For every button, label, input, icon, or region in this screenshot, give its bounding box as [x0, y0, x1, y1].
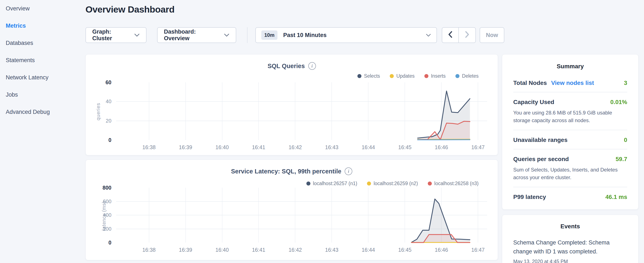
x-tick-label: 16:42 [282, 247, 308, 253]
summary-label: P99 latency [513, 194, 546, 200]
chevron-left-icon [448, 31, 452, 39]
chart-series-svg [116, 188, 487, 242]
legend-dot [306, 181, 310, 185]
x-tick-label: 16:43 [319, 144, 344, 150]
summary-description: Sum of Selects, Updates, Inserts, and De… [513, 166, 627, 181]
summary-value: 0.01% [610, 99, 627, 106]
service-latency-chart-card: Service Latency: SQL, 99th percentile i … [86, 160, 498, 260]
x-tick-label: 16:45 [392, 144, 418, 150]
summary-row-total-nodes: Total Nodes View nodes list 3 [513, 73, 627, 92]
info-icon[interactable]: i [345, 167, 352, 175]
summary-value: 59.7 [616, 156, 628, 163]
legend-label: Updates [396, 73, 414, 79]
time-range-dropdown[interactable]: 10m Past 10 Minutes [255, 27, 437, 43]
chevron-down-icon [426, 34, 431, 37]
sidebar-item-advanced-debug[interactable]: Advanced Debug [0, 103, 83, 121]
legend-label: localhost:26257 (n1) [313, 181, 357, 186]
summary-label: Total Nodes [513, 80, 547, 86]
y-tick-label: 60 [92, 79, 112, 86]
info-icon[interactable]: i [308, 62, 316, 70]
x-tick-label: 16:47 [465, 144, 491, 150]
x-tick-label: 16:46 [428, 247, 454, 253]
legend-item: Selects [358, 73, 380, 79]
legend-label: Deletes [462, 73, 478, 79]
summary-label: Unavailable ranges [513, 137, 568, 143]
chart-legend: Selects Updates Inserts Deletes [358, 73, 478, 79]
summary-title: Summary [513, 63, 627, 70]
app-window: Overview Metrics Databases Statements Ne… [0, 0, 644, 263]
legend-label: localhost:26259 (n2) [374, 181, 418, 186]
sidebar-item-metrics[interactable]: Metrics [0, 17, 83, 35]
summary-value: 0 [624, 137, 627, 143]
y-tick-label: 20 [92, 118, 112, 124]
graph-dropdown-label: Graph: Cluster [92, 29, 130, 42]
chart-title: Service Latency: SQL, 99th percentile [231, 168, 342, 175]
sidebar-item-statements[interactable]: Statements [0, 52, 83, 69]
legend-dot [428, 181, 432, 185]
y-tick-label: 800 [92, 184, 112, 191]
plot-area[interactable]: 16:3816:3916:4016:4116:4216:4316:4416:45… [116, 82, 487, 140]
chart-title: SQL Queries [268, 63, 305, 70]
chevron-right-icon [465, 31, 469, 39]
sql-queries-chart-card: SQL Queries i Selects Updates Inserts De… [86, 54, 498, 155]
x-tick-label: 16:41 [246, 247, 271, 253]
summary-label: Capacity Used [513, 99, 554, 106]
events-title: Events [513, 223, 627, 230]
now-button[interactable]: Now [480, 27, 504, 43]
sidebar-item-network-latency[interactable]: Network Latency [0, 69, 83, 86]
y-tick-label: 40 [92, 98, 112, 105]
summary-value: 3 [624, 80, 627, 86]
summary-row-unavailable-ranges: Unavailable ranges 0 [513, 130, 627, 149]
summary-description: You are using 28.6 MiB of 515.9 GiB usab… [513, 109, 627, 124]
legend-item: Deletes [456, 73, 478, 79]
summary-value: 46.1 ms [605, 194, 627, 200]
time-range-label: Past 10 Minutes [283, 32, 326, 39]
x-tick-label: 16:41 [246, 144, 271, 150]
x-tick-label: 16:38 [136, 144, 162, 150]
event-text: Schema Change Completed: Schema change w… [513, 238, 627, 256]
graph-dropdown[interactable]: Graph: Cluster [86, 27, 146, 43]
y-tick-label: 0 [92, 239, 112, 246]
x-tick-label: 16:42 [282, 144, 308, 150]
x-tick-label: 16:43 [319, 247, 344, 253]
sidebar-item-jobs[interactable]: Jobs [0, 86, 83, 103]
y-tick-label: 600 [92, 198, 112, 205]
x-tick-label: 16:40 [210, 144, 235, 150]
y-tick-label: 0 [92, 137, 112, 143]
page-title: Overview Dashboard [86, 4, 174, 15]
dashboard-dropdown-label: Dashboard: Overview [164, 29, 219, 42]
chevron-down-icon [134, 34, 140, 37]
x-tick-label: 16:40 [210, 247, 235, 253]
dashboard-dropdown[interactable]: Dashboard: Overview [157, 27, 236, 43]
plot-area[interactable]: 16:3816:3916:4016:4116:4216:4316:4416:45… [116, 188, 487, 242]
summary-panel: Summary Total Nodes View nodes list 3 Ca… [502, 54, 638, 210]
chevron-down-icon [224, 34, 230, 37]
legend-dot [358, 74, 362, 78]
event-list-item[interactable]: Schema Change Completed: Schema change w… [513, 238, 627, 263]
previous-time-window-button[interactable] [442, 28, 459, 43]
legend-dot [424, 74, 428, 78]
view-nodes-list-link[interactable]: View nodes list [551, 80, 594, 86]
toolbar: Graph: Cluster Dashboard: Overview 10m P… [86, 27, 504, 43]
summary-row-p99-latency: P99 latency 46.1 ms [513, 187, 627, 206]
summary-row-queries-per-second: Queries per second 59.7 Sum of Selects, … [513, 149, 627, 187]
legend-dot [367, 181, 371, 185]
x-tick-label: 16:39 [173, 247, 198, 253]
sidebar-item-databases[interactable]: Databases [0, 35, 83, 52]
x-tick-label: 16:47 [465, 247, 491, 253]
x-tick-label: 16:45 [392, 247, 418, 253]
x-tick-label: 16:44 [356, 247, 381, 253]
y-tick-label: 200 [92, 226, 112, 232]
legend-item: localhost:26259 (n2) [367, 181, 418, 186]
sidebar-item-overview[interactable]: Overview [0, 0, 83, 17]
legend-dot [456, 74, 460, 78]
legend-item: Inserts [424, 73, 446, 79]
legend-dot [390, 74, 394, 78]
next-time-window-button[interactable] [459, 28, 476, 43]
chart-legend: localhost:26257 (n1) localhost:26259 (n2… [306, 181, 478, 186]
summary-row-capacity-used: Capacity Used 0.01% You are using 28.6 M… [513, 92, 627, 130]
toolbar-divider [247, 27, 248, 43]
time-range-badge: 10m [261, 31, 278, 40]
legend-label: Inserts [431, 73, 446, 79]
legend-label: localhost:26258 (n3) [434, 181, 478, 186]
